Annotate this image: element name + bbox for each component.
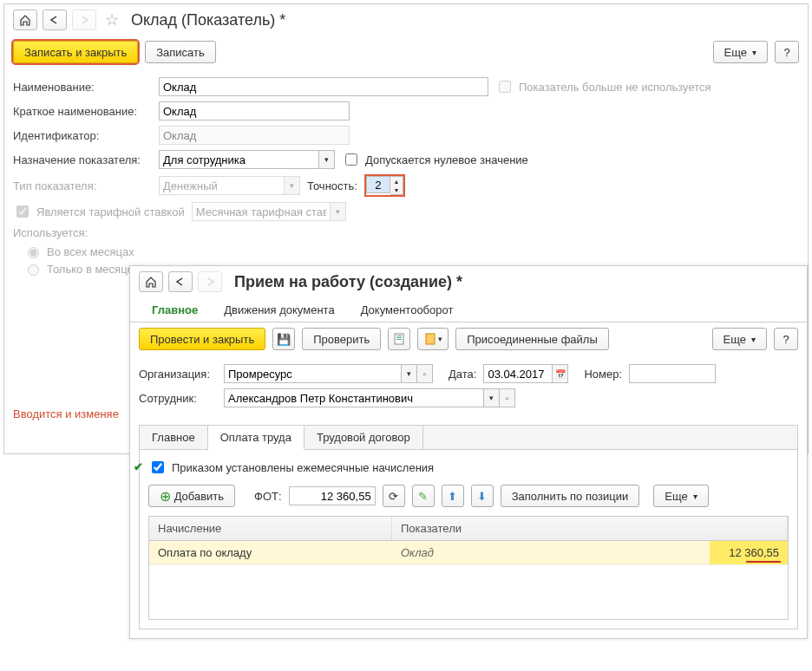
usage-label: Используется: (13, 226, 152, 239)
window-title: Прием на работу (создание) * (234, 273, 462, 291)
check-button[interactable]: Проверить (302, 328, 381, 350)
not-used-checkbox: Показатель больше не используется (495, 78, 711, 95)
spinner-up-icon[interactable]: ▲ (390, 177, 403, 186)
chevron-down-icon: ▾ (285, 176, 300, 195)
post-close-button[interactable]: Провести и закрыть (139, 328, 265, 350)
window-title: Оклад (Показатель) * (131, 11, 285, 29)
chevron-down-icon[interactable]: ▾ (484, 388, 500, 407)
top-tabs: Главное Движения документа Документообор… (130, 297, 807, 322)
number-input[interactable] (629, 364, 716, 383)
more-button[interactable]: Еще▾ (712, 328, 767, 350)
sub-tabs: Главное Оплата труда Трудовой договор (140, 426, 797, 450)
date-label: Дата: (449, 368, 476, 381)
subtab-main[interactable]: Главное (140, 426, 208, 449)
precision-label: Точность: (307, 179, 357, 192)
help-button[interactable]: ? (774, 328, 798, 350)
save-close-button[interactable]: Записать и закрыть (13, 41, 138, 63)
tab-docflow[interactable]: Документооборот (348, 297, 467, 322)
more-button[interactable]: Еще▾ (713, 41, 768, 63)
help-button[interactable]: ? (775, 41, 799, 63)
subtab-contract[interactable]: Трудовой договор (304, 426, 423, 449)
back-button[interactable] (168, 271, 193, 292)
chevron-down-icon[interactable]: ▾ (402, 364, 417, 383)
spinner-down-icon[interactable]: ▼ (390, 186, 403, 194)
open-icon[interactable]: ▫ (417, 364, 433, 383)
number-label: Номер: (584, 368, 622, 381)
svg-rect-3 (396, 339, 402, 340)
svg-rect-4 (426, 334, 435, 344)
zero-checkbox[interactable]: Допускается нулевое значение (342, 151, 528, 168)
tab-main[interactable]: Главное (139, 297, 211, 322)
save-icon-button[interactable]: 💾 (272, 328, 295, 350)
chevron-down-icon[interactable]: ▾ (319, 150, 335, 169)
forward-button (198, 271, 222, 292)
short-label: Краткое наименование: (13, 105, 152, 118)
form: Наименование: Показатель больше не испол… (4, 68, 808, 283)
titlebar: ☆ Оклад (Показатель) * (4, 4, 808, 36)
report-icon-button[interactable] (388, 328, 410, 350)
name-label: Наименование: (13, 81, 152, 94)
favorite-icon[interactable]: ☆ (105, 10, 119, 29)
toolbar: Записать и закрыть Записать Еще▾ ? (4, 36, 808, 68)
subtab-pay[interactable]: Оплата труда (208, 426, 304, 450)
home-button[interactable] (139, 271, 163, 292)
type-label: Тип показателя: (13, 179, 152, 192)
forward-button (72, 10, 96, 30)
org-label: Организация: (139, 368, 217, 381)
svg-rect-2 (396, 337, 402, 338)
radio-all-months: Во всех месяцах (23, 244, 799, 258)
purpose-select[interactable]: ▾ (159, 150, 335, 169)
emp-label: Сотрудник: (139, 392, 217, 405)
date-input[interactable]: 📅 (483, 364, 568, 383)
precision-spinner[interactable]: ▲▼ (364, 174, 405, 197)
back-button[interactable] (43, 10, 67, 30)
tariff-select: ▾ (192, 202, 346, 221)
emp-select[interactable]: ▾ ▫ (224, 388, 515, 407)
tab-moves[interactable]: Движения документа (211, 297, 347, 322)
purpose-label: Назначение показателя: (13, 153, 152, 166)
toolbar: Провести и закрыть 💾 Проверить ▾ Присоед… (130, 322, 807, 355)
short-input[interactable] (159, 101, 350, 121)
org-select[interactable]: ▾ ▫ (224, 364, 433, 383)
name-input[interactable] (159, 77, 488, 96)
tariff-checkbox: Является тарифной ставкой (13, 203, 185, 220)
id-label: Идентификатор: (13, 129, 152, 142)
type-select: ▾ (159, 176, 300, 195)
attach-button[interactable]: Присоединенные файлы (455, 328, 609, 350)
svg-rect-1 (396, 336, 402, 336)
print-icon-button[interactable]: ▾ (417, 328, 449, 350)
footer-link[interactable]: Вводится и изменяе (4, 401, 128, 427)
id-input (159, 126, 350, 145)
calendar-icon[interactable]: 📅 (553, 364, 568, 383)
open-icon[interactable]: ▫ (500, 388, 515, 407)
chevron-down-icon: ▾ (331, 202, 346, 221)
sub-panel: Главное Оплата труда Трудовой договор ✔ … (139, 425, 798, 458)
header-form: Организация: ▾ ▫ Дата: 📅 Номер: Сотрудни… (130, 355, 807, 416)
sub-content: ✔ Приказом установлены ежемесячные начис… (140, 450, 797, 458)
hiring-window: Прием на работу (создание) * Главное Дви… (129, 265, 808, 458)
save-button[interactable]: Записать (145, 41, 216, 63)
titlebar: Прием на работу (создание) * (130, 266, 807, 297)
home-button[interactable] (13, 10, 37, 30)
